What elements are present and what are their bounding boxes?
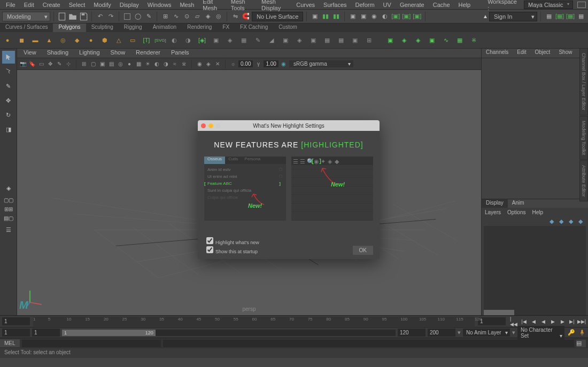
shelf-tab[interactable]: Polygons <box>53 24 86 32</box>
snap-curve-icon[interactable]: ∿ <box>171 12 181 21</box>
options-menu[interactable]: Options <box>507 209 525 215</box>
command-input[interactable] <box>22 340 161 347</box>
layout-single-icon[interactable]: ▢▢ <box>2 196 15 204</box>
poly-sphere-icon[interactable]: ● <box>2 35 13 45</box>
menu-item[interactable]: Deform <box>352 1 378 9</box>
menu-item[interactable]: Mesh Display <box>258 0 291 12</box>
poly-plane-icon[interactable]: ◆ <box>72 35 82 45</box>
menu-item[interactable]: Mesh Tools <box>227 0 257 12</box>
vp-lights-icon[interactable]: ☀ <box>144 60 151 68</box>
vp-select-camera-icon[interactable]: 📷 <box>19 60 27 68</box>
lasso-tool[interactable] <box>2 65 15 78</box>
modeling-toolkit-dock-tab[interactable]: Modeling Toolkit <box>579 116 588 160</box>
paint-icon[interactable]: ✎ <box>144 12 153 21</box>
anim-layer-select[interactable]: No Anim Layer <box>463 329 510 337</box>
snap-plane-icon[interactable]: ▱ <box>192 12 202 21</box>
poly-pyramid-icon[interactable]: △ <box>113 35 124 45</box>
vp-viewtransform-icon[interactable]: ◉ <box>280 60 288 68</box>
poly-disc-icon[interactable]: ● <box>86 35 96 45</box>
character-set-select[interactable]: No Character Set <box>517 326 564 340</box>
script-editor-button[interactable]: ▤ <box>576 340 586 347</box>
shelf-tab[interactable]: FX Caching <box>235 24 273 32</box>
snap-view-icon[interactable]: ◎ <box>214 12 223 21</box>
menu-item[interactable]: Curves <box>292 1 319 9</box>
panel-layout-b-icon[interactable]: [▦] <box>555 12 564 21</box>
startup-checkbox[interactable]: Show this at startup <box>206 246 371 254</box>
close-icon[interactable] <box>201 123 206 128</box>
poly-torus-icon[interactable]: ◎ <box>58 35 68 45</box>
vp-menu-item[interactable]: Renderer <box>131 49 165 58</box>
menu-item[interactable]: Select <box>65 1 89 9</box>
vp-menu-item[interactable]: Shading <box>43 49 73 58</box>
vp-menu-item[interactable]: Panels <box>167 49 194 58</box>
time-ruler[interactable]: 1510152025303540455055606570758085909510… <box>33 317 475 326</box>
uv-e-icon[interactable]: ∿ <box>440 35 451 45</box>
uv-f-icon[interactable]: ▦ <box>454 35 465 45</box>
panel-layout-c-icon[interactable]: [▦] <box>566 12 575 21</box>
ok-button[interactable]: OK <box>353 246 373 255</box>
uv-a-icon[interactable]: ▣ <box>385 35 396 45</box>
vp-xray-joints-icon[interactable]: ✕ <box>214 60 221 68</box>
crease-icon[interactable]: ▦ <box>336 35 346 45</box>
vp-axes-icon[interactable]: ⊹ <box>65 60 72 68</box>
vp-2d-pan-icon[interactable]: ✥ <box>47 60 54 68</box>
step-fwd-key-icon[interactable]: ▶| <box>568 317 576 326</box>
uv-b-icon[interactable]: ◈ <box>399 35 409 45</box>
vp-menu-item[interactable]: Show <box>106 49 130 58</box>
toggle-b-icon[interactable]: ▮▮ <box>331 12 341 21</box>
select-mode-icon[interactable] <box>122 12 132 21</box>
mirror-icon[interactable]: ▣ <box>308 35 319 45</box>
channel-tab[interactable]: Object <box>531 49 555 58</box>
menu-item[interactable]: File <box>2 1 19 9</box>
menu-item[interactable]: Help <box>455 1 475 9</box>
vp-image-plane-icon[interactable]: ▭ <box>37 60 45 68</box>
go-end-icon[interactable]: ▶▶| <box>577 317 586 326</box>
layer-move-down-icon[interactable]: ◆ <box>569 218 575 224</box>
vp-shaded-icon[interactable]: ● <box>126 60 133 68</box>
bridge-icon[interactable]: ▦ <box>238 35 249 45</box>
uv-g-icon[interactable]: ※ <box>468 35 479 45</box>
panel-layout-a-icon[interactable]: ▦ <box>544 12 554 21</box>
shelf-tab[interactable]: FX <box>217 24 235 32</box>
symmetry-icon[interactable]: ⇋ <box>230 12 240 21</box>
range-end-outer[interactable]: 200 <box>428 329 455 337</box>
live-icon[interactable]: 🧲 <box>241 12 251 21</box>
ipr-icon[interactable]: ◉ <box>369 12 379 21</box>
poly-prism-icon[interactable]: ▭ <box>127 35 138 45</box>
vp-menu-item[interactable]: View <box>19 49 41 58</box>
vp-shadows-icon[interactable]: ◐ <box>153 60 160 68</box>
time-current-field[interactable]: 1 <box>478 317 506 325</box>
vp-film-gate-icon[interactable]: ▢ <box>89 60 97 68</box>
vp-ao-icon[interactable]: ◑ <box>162 60 169 68</box>
vp-gate-mask-icon[interactable]: ▣ <box>98 60 106 68</box>
new-scene-icon[interactable] <box>57 12 67 21</box>
menu-item[interactable]: Display <box>116 1 143 9</box>
menu-item[interactable]: Windows <box>144 1 175 9</box>
time-slider[interactable]: 1 15101520253035404550556065707580859095… <box>0 315 588 327</box>
quad-draw-icon[interactable]: ⊞ <box>363 35 374 45</box>
open-icon[interactable] <box>68 12 78 21</box>
vp-bookmark-icon[interactable]: 🔖 <box>28 60 36 68</box>
layers-menu[interactable]: Layers <box>485 209 501 215</box>
vp-grease-icon[interactable]: ✎ <box>56 60 63 68</box>
channelbox-dock-tab[interactable]: Channel Box / Layer Editor <box>579 48 588 115</box>
workspace-select[interactable]: Maya Classic <box>524 1 573 9</box>
anim-tab[interactable]: Anim <box>508 199 529 208</box>
vp-motion-blur-icon[interactable]: ≈ <box>171 60 179 68</box>
vp-textured-icon[interactable]: ▦ <box>135 60 142 68</box>
layout-outliner-icon[interactable]: ▤▢ <box>2 214 15 222</box>
rotate-tool[interactable]: ↻ <box>2 108 15 121</box>
exposure-value[interactable]: 0.00 <box>238 60 253 67</box>
play-fwd-icon[interactable]: ▶ <box>548 317 557 326</box>
vp-grid-icon[interactable]: ⊞ <box>80 60 88 68</box>
range-thumb[interactable]: 1120 <box>62 330 156 336</box>
scale-tool[interactable]: ◨ <box>2 123 15 136</box>
uv-d-icon[interactable]: ▣ <box>427 35 437 45</box>
multicut-icon[interactable]: ◢ <box>266 35 277 45</box>
combine-icon[interactable]: ◐ <box>169 35 180 45</box>
move-tool[interactable]: ✥ <box>2 94 15 107</box>
render-layer-a-icon[interactable]: [▣] <box>391 12 400 21</box>
attribute-editor-dock-tab[interactable]: Attribute Editor <box>579 160 588 202</box>
render-settings-icon[interactable]: ◐ <box>380 12 390 21</box>
range-start-inner[interactable]: 1 <box>32 329 60 337</box>
